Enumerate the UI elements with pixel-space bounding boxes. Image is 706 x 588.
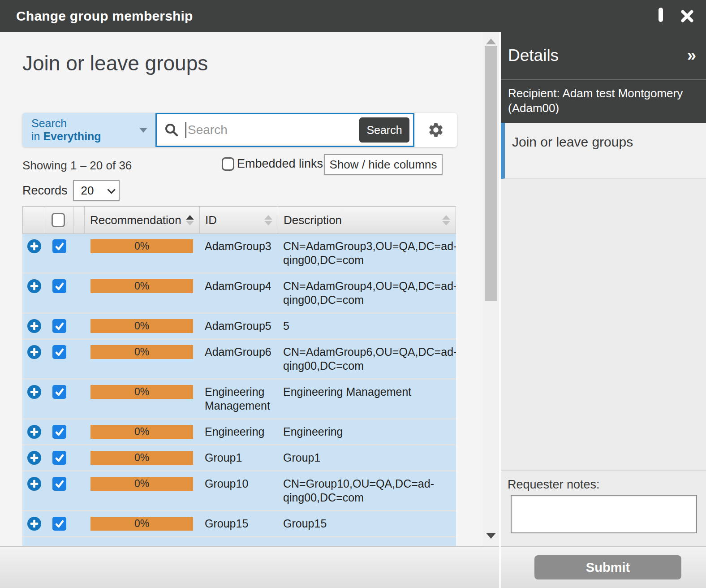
table-body: 0% AdamGroup3 CN=AdamGroup3,OU=QA,DC=ad-…: [22, 234, 456, 546]
expand-row-icon[interactable]: [27, 279, 41, 293]
expand-row-icon[interactable]: [27, 385, 41, 399]
sort-icon: [442, 215, 450, 225]
search-settings-button[interactable]: [414, 113, 457, 147]
recommendation-bar: 0%: [90, 319, 193, 333]
vertical-scrollbar[interactable]: [483, 32, 499, 546]
expand-column-header: [23, 207, 46, 233]
scrollbar-thumb[interactable]: [485, 46, 497, 301]
column-header-recommendation[interactable]: Recommendation: [85, 207, 200, 233]
table-row-clipped: [22, 536, 456, 546]
recommendation-bar: 0%: [90, 385, 193, 399]
requester-notes-label: Requester notes:: [508, 478, 600, 492]
submit-button[interactable]: Submit: [534, 555, 681, 579]
table-row: 0% Group1 Group1: [22, 444, 456, 470]
search-input[interactable]: Search Search: [155, 113, 414, 147]
text-caret: [185, 122, 186, 138]
details-panel: Details » Recipient: Adam test Montgomer…: [501, 32, 706, 546]
spacer-column-header: [73, 207, 85, 233]
embedded-links-checkbox[interactable]: [222, 157, 234, 171]
expand-row-icon[interactable]: [27, 239, 41, 253]
scroll-up-icon[interactable]: [486, 39, 496, 44]
collapse-panel-icon[interactable]: »: [687, 48, 696, 64]
dialog-title: Change group membership: [16, 9, 193, 24]
row-description: CN=AdamGroup4,OU=QA,DC=ad-qing00,DC=com: [278, 279, 456, 307]
search-scope-label: Search in Everything: [31, 117, 139, 143]
recommendation-value: 0%: [134, 425, 149, 439]
row-id: AdamGroup5: [199, 319, 278, 333]
recommendation-bar: 0%: [90, 451, 193, 465]
embedded-links-label: Embedded links: [237, 157, 323, 171]
table-row: 0% Group10 CN=Group10,OU=QA,DC=ad-qing00…: [22, 470, 456, 510]
recommendation-value: 0%: [134, 385, 149, 399]
table-row: 0% AdamGroup6 CN=AdamGroup6,OU=QA,DC=ad-…: [22, 338, 456, 378]
search-button[interactable]: Search: [359, 117, 409, 143]
column-header-description[interactable]: Description: [278, 207, 456, 233]
groups-table: Recommendation ID Description: [22, 206, 456, 546]
row-description: Engineering Management: [278, 385, 456, 399]
search-icon: [164, 122, 179, 138]
maximize-icon[interactable]: [659, 12, 663, 20]
table-row: 0% AdamGroup5 5: [22, 312, 456, 338]
select-all-column-header: [46, 207, 73, 233]
notes-divider: [501, 470, 706, 471]
dialog-footer: Submit: [0, 546, 706, 588]
row-id: Group15: [199, 517, 278, 531]
select-all-checkbox[interactable]: [52, 213, 65, 227]
column-header-id[interactable]: ID: [200, 207, 278, 233]
show-hide-columns-button[interactable]: Show / hide columns: [324, 154, 443, 175]
chevron-down-icon: [107, 186, 115, 194]
page-title: Join or leave groups: [22, 51, 208, 75]
row-id: Group10: [199, 477, 278, 491]
row-id: Engineering: [199, 425, 278, 439]
sort-icon: [186, 215, 194, 225]
expand-row-icon[interactable]: [27, 425, 41, 439]
requester-notes-input[interactable]: [511, 495, 697, 533]
recommendation-bar: 0%: [90, 517, 193, 531]
sort-icon: [264, 215, 272, 225]
embedded-links-toggle[interactable]: Embedded links: [222, 157, 323, 171]
close-icon[interactable]: [680, 9, 694, 23]
recommendation-bar: 0%: [90, 279, 193, 293]
expand-row-icon[interactable]: [27, 345, 41, 359]
row-checkbox-checked[interactable]: [52, 239, 66, 253]
table-row: 0% AdamGroup4 CN=AdamGroup4,OU=QA,DC=ad-…: [22, 272, 456, 312]
recommendation-value: 0%: [134, 345, 149, 359]
row-id: AdamGroup4: [199, 279, 278, 293]
recommendation-bar: 0%: [90, 239, 193, 253]
change-group-membership-dialog: Change group membership Join or leave gr…: [0, 0, 706, 588]
row-id: Group1: [199, 451, 278, 465]
row-id: AdamGroup6: [199, 345, 278, 359]
row-checkbox-checked[interactable]: [52, 319, 66, 333]
table-row: 0% AdamGroup3 CN=AdamGroup3,OU=QA,DC=ad-…: [22, 234, 456, 272]
recommendation-value: 0%: [134, 477, 149, 491]
row-description: CN=Group10,OU=QA,DC=ad-qing00,DC=com: [278, 477, 456, 505]
records-control: Records 20: [22, 180, 120, 201]
row-checkbox-checked[interactable]: [52, 345, 66, 359]
expand-row-icon[interactable]: [27, 477, 41, 491]
row-checkbox-checked[interactable]: [52, 279, 66, 293]
expand-row-icon[interactable]: [27, 451, 41, 465]
panel-divider: [499, 32, 501, 588]
row-description: Group15: [278, 517, 456, 531]
row-checkbox-checked[interactable]: [52, 451, 66, 465]
recommendation-bar: 0%: [90, 425, 193, 439]
details-panel-header: Details »: [501, 32, 706, 80]
scroll-down-icon[interactable]: [486, 533, 496, 539]
row-checkbox-checked[interactable]: [52, 477, 66, 491]
gear-icon: [427, 121, 444, 138]
row-checkbox-checked[interactable]: [52, 517, 66, 531]
expand-row-icon[interactable]: [27, 517, 41, 531]
results-count: Showing 1 – 20 of 36: [22, 159, 132, 173]
records-label: Records: [22, 184, 68, 198]
expand-row-icon[interactable]: [27, 319, 41, 333]
cart-item-join-or-leave-groups[interactable]: Join or leave groups: [501, 123, 706, 179]
row-description: Engineering: [278, 425, 456, 439]
row-checkbox-checked[interactable]: [52, 425, 66, 439]
search-scope-dropdown[interactable]: Search in Everything: [22, 113, 155, 147]
records-per-page-select[interactable]: 20: [73, 180, 120, 201]
row-id: AdamGroup3: [199, 239, 278, 253]
row-description: CN=AdamGroup6,OU=QA,DC=ad-qing00,DC=com: [278, 345, 456, 373]
recommendation-bar: 0%: [90, 345, 193, 359]
row-checkbox-checked[interactable]: [52, 385, 66, 399]
recommendation-value: 0%: [134, 451, 149, 465]
